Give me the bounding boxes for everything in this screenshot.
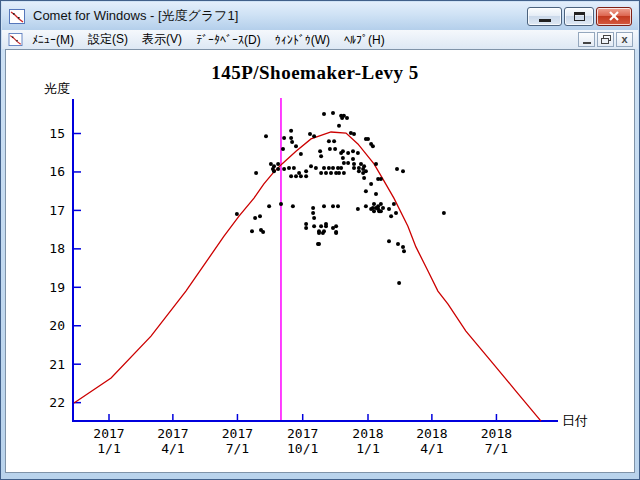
data-point bbox=[356, 207, 360, 211]
data-point bbox=[258, 214, 262, 218]
mdi-minimize-button[interactable] bbox=[578, 32, 595, 47]
menu-item-settings[interactable]: 設定(S) bbox=[81, 29, 135, 50]
mdi-restore-icon bbox=[601, 35, 611, 44]
data-point bbox=[289, 129, 293, 133]
data-point bbox=[379, 177, 383, 181]
data-point bbox=[361, 171, 365, 175]
data-point bbox=[442, 211, 446, 215]
mdi-minimize-icon bbox=[583, 42, 591, 44]
data-point bbox=[394, 211, 398, 215]
data-point bbox=[259, 228, 263, 232]
data-point bbox=[346, 161, 350, 165]
data-point bbox=[289, 136, 293, 140]
app-window: Comet for Windows - [光度グラフ1] ﾒﾆｭｰ(M) 設定(… bbox=[0, 0, 640, 480]
data-point bbox=[402, 249, 406, 253]
data-point bbox=[372, 202, 376, 206]
data-point bbox=[351, 149, 355, 153]
document-icon[interactable] bbox=[8, 33, 25, 47]
data-point bbox=[264, 134, 268, 138]
data-point bbox=[292, 166, 296, 170]
data-point bbox=[337, 124, 341, 128]
data-point bbox=[276, 167, 280, 171]
data-point bbox=[272, 164, 276, 168]
menu-item-help[interactable]: ﾍﾙﾌﾟ(H) bbox=[337, 31, 392, 49]
mdi-restore-button[interactable] bbox=[597, 32, 614, 47]
data-point bbox=[341, 156, 345, 160]
data-point bbox=[401, 169, 405, 173]
data-point bbox=[392, 202, 396, 206]
lightcurve-icon bbox=[8, 33, 23, 46]
data-point bbox=[289, 174, 293, 178]
y-tick-label: 20 bbox=[49, 318, 65, 333]
minimize-icon bbox=[539, 19, 551, 22]
data-point bbox=[316, 242, 320, 246]
data-point bbox=[362, 176, 366, 180]
data-point bbox=[332, 139, 336, 143]
close-button[interactable] bbox=[596, 7, 632, 26]
menubar: ﾒﾆｭｰ(M) 設定(S) 表示(V) ﾃﾞｰﾀﾍﾞｰｽ(D) ｳｨﾝﾄﾞｳ(W… bbox=[2, 30, 638, 49]
data-point bbox=[397, 281, 401, 285]
titlebar[interactable]: Comet for Windows - [光度グラフ1] bbox=[2, 2, 638, 30]
data-point bbox=[282, 136, 286, 140]
data-point bbox=[395, 167, 399, 171]
close-icon bbox=[608, 11, 620, 21]
menu-item-menu[interactable]: ﾒﾆｭｰ(M) bbox=[25, 31, 81, 49]
data-point bbox=[334, 231, 338, 235]
lightcurve-icon bbox=[9, 9, 25, 24]
data-point bbox=[311, 206, 315, 210]
x-tick-label-date: 4/1 bbox=[161, 441, 184, 456]
data-point bbox=[267, 204, 271, 208]
minimize-button[interactable] bbox=[527, 7, 562, 26]
caption-buttons bbox=[527, 7, 632, 26]
menu-item-window[interactable]: ｳｨﾝﾄﾞｳ(W) bbox=[268, 31, 337, 49]
data-point bbox=[314, 166, 318, 170]
app-icon[interactable] bbox=[9, 8, 27, 24]
data-point bbox=[304, 174, 308, 178]
data-point bbox=[235, 212, 239, 216]
maximize-button[interactable] bbox=[564, 7, 594, 26]
x-tick-label-date: 7/1 bbox=[485, 441, 508, 456]
data-point bbox=[253, 216, 257, 220]
data-point bbox=[352, 132, 356, 136]
data-point bbox=[369, 182, 373, 186]
data-point bbox=[357, 166, 361, 170]
data-point bbox=[294, 144, 298, 148]
data-point bbox=[322, 112, 326, 116]
data-point bbox=[319, 171, 323, 175]
x-tick-label-date: 1/1 bbox=[97, 441, 120, 456]
x-tick-label-date: 1/1 bbox=[356, 441, 379, 456]
data-point bbox=[337, 171, 341, 175]
data-point bbox=[311, 211, 315, 215]
data-point bbox=[324, 171, 328, 175]
mdi-close-button[interactable]: x bbox=[616, 32, 633, 47]
data-point bbox=[352, 162, 356, 166]
data-point bbox=[279, 202, 283, 206]
data-point bbox=[276, 162, 280, 166]
y-tick-label: 18 bbox=[49, 241, 65, 256]
menu-item-database[interactable]: ﾃﾞｰﾀﾍﾞｰｽ(D) bbox=[189, 31, 268, 49]
data-point bbox=[287, 166, 291, 170]
data-point bbox=[356, 151, 360, 155]
data-point bbox=[291, 204, 295, 208]
data-point bbox=[342, 161, 346, 165]
data-point bbox=[304, 226, 308, 230]
data-point bbox=[342, 171, 346, 175]
x-tick-label-date: 7/1 bbox=[226, 441, 249, 456]
data-point bbox=[334, 224, 338, 228]
data-point bbox=[321, 231, 325, 235]
data-point bbox=[329, 171, 333, 175]
magnitude-graph: 151617181920212220171/120174/120177/1201… bbox=[5, 49, 635, 473]
y-tick-label: 17 bbox=[49, 203, 65, 218]
data-point bbox=[331, 166, 335, 170]
data-point bbox=[299, 174, 303, 178]
data-point bbox=[333, 147, 337, 151]
menu-item-view[interactable]: 表示(V) bbox=[135, 29, 189, 50]
data-point bbox=[369, 207, 373, 211]
data-point bbox=[352, 166, 356, 170]
x-tick-label-year: 2017 bbox=[222, 426, 253, 441]
data-point bbox=[254, 171, 258, 175]
chart-area[interactable]: 145P/Shoemaker-Levy 5 光度 日付 151617181920… bbox=[5, 49, 635, 473]
data-point bbox=[282, 167, 286, 171]
mdi-close-icon: x bbox=[621, 34, 627, 45]
data-point bbox=[364, 189, 368, 193]
